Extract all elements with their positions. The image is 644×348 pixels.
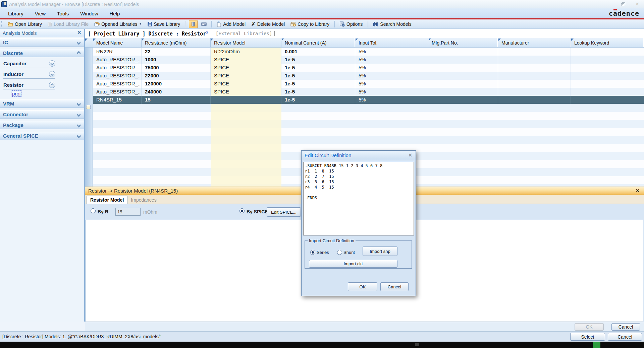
copy-to-library-button[interactable]: Copy to Library <box>289 21 331 27</box>
sidebar-section-package[interactable]: Package <box>0 121 84 129</box>
shunt-radio[interactable] <box>337 250 342 255</box>
cell-resistor-model: R:22mOhm <box>211 48 281 56</box>
new-row-marker-icon[interactable] <box>86 105 91 109</box>
column-header-resistance[interactable]: Resistance (mOhm) <box>142 38 211 47</box>
logo-accent-letter: a <box>613 9 618 17</box>
sidebar-item-resistor[interactable]: Resistor <box>3 80 55 89</box>
sidebar-section-vrm[interactable]: VRM <box>0 99 84 108</box>
menu-view[interactable]: View <box>35 11 46 16</box>
opened-libraries-label: Opened Libraries <box>101 21 137 27</box>
dialog-close-button[interactable]: ✕ <box>408 152 412 158</box>
restore-window-button[interactable] <box>621 2 625 6</box>
view-vertical-toggle[interactable] <box>189 20 198 28</box>
tab-resistor-model[interactable]: Resistor Model <box>87 196 127 204</box>
cell-resistor-model: SPICE <box>211 64 281 72</box>
save-library-button[interactable]: Save Library <box>146 21 182 27</box>
taskbar-green-item[interactable] <box>593 342 600 348</box>
opened-libraries-button[interactable]: Opened Libraries ▼ <box>93 21 143 27</box>
tab-label: [ Project Library ] Discrete : Resistor <box>88 31 206 37</box>
cell-input-tol: 5% <box>355 48 428 56</box>
series-radio-option[interactable]: Series <box>310 249 329 255</box>
import-ckt-button[interactable]: Import ckt <box>309 260 397 268</box>
copy-to-library-label: Copy to Library <box>298 21 329 27</box>
sidebar-close-button[interactable]: ✕ <box>77 30 81 35</box>
group-label: Import Circuit Definition <box>308 238 356 243</box>
toolbar: Open Library Load Library File Opened Li… <box>0 19 644 29</box>
tab-close-icon[interactable]: x <box>206 30 208 34</box>
cell-nominal-current: 1e-5 <box>281 88 355 96</box>
column-header-input-tol[interactable]: Input Tol. <box>355 38 428 47</box>
column-header-nominal-current[interactable]: Nominal Current (A) <box>281 38 355 47</box>
column-header-mfg-part-no[interactable]: Mfg.Part No. <box>428 38 498 47</box>
cell-manufacturer <box>498 48 571 56</box>
shunt-radio-option[interactable]: Shunt <box>337 249 355 255</box>
cell-resistance: 22 <box>142 48 211 56</box>
cell-model-name: Auto_RESISTOR_... <box>93 80 142 88</box>
menu-library[interactable]: Library <box>8 11 23 16</box>
options-button[interactable]: Options <box>338 21 364 27</box>
select-button[interactable]: Select <box>570 333 605 341</box>
edit-circuit-definition-dialog: Edit Circuit Definition ✕ .SUBCKT RN4SR_… <box>301 150 416 296</box>
cancel-button[interactable]: Cancel <box>611 323 640 331</box>
table-row[interactable]: Auto_RESISTOR_... 1000 SPICE 1e-5 5% <box>93 56 644 64</box>
table-row[interactable]: Auto_RESISTOR_... 75000 SPICE 1e-5 5% <box>93 64 644 72</box>
column-header-model-name[interactable]: Model Name <box>93 38 142 47</box>
sidebar-section-discrete[interactable]: Discrete <box>0 49 84 57</box>
by-spice-radio[interactable] <box>239 208 245 213</box>
table-row[interactable]: Auto_RESISTOR_... 120000 SPICE 1e-5 5% <box>93 80 644 88</box>
table-row-selected[interactable]: RN4SR_15 15 1e-5 5% <box>93 96 644 104</box>
tab-project-library[interactable]: [ Project Library ] Discrete : Resistorx <box>88 30 208 37</box>
chevron-circle-down-icon[interactable] <box>49 71 55 77</box>
toolbar-separator <box>211 21 212 27</box>
dialog-title-bar[interactable]: Edit Circuit Definition <box>302 151 416 160</box>
cell-resistor-model <box>211 96 281 104</box>
dialog-ok-button[interactable]: OK <box>348 282 377 291</box>
series-radio[interactable] <box>310 250 315 255</box>
taskbar-item[interactable] <box>415 343 419 346</box>
tab-external-libraries[interactable]: [External Libraries] <box>216 31 272 36</box>
spice-text-area[interactable]: .SUBCKT RN4SR_15 1 2 3 4 5 6 7 8 r1 1 8 … <box>303 162 414 235</box>
cell-model-name: RN4SR_15 <box>93 96 142 104</box>
sidebar-section-connector[interactable]: Connector <box>0 110 84 119</box>
cell-input-tol: 5% <box>355 64 428 72</box>
sidebar-section-ic[interactable]: IC <box>0 38 84 47</box>
cell-mfg-part <box>428 72 498 80</box>
chevron-circle-up-icon[interactable] <box>49 82 55 88</box>
menu-window[interactable]: Window <box>80 11 98 16</box>
cell-lookup-keyword <box>571 64 644 72</box>
cancel-button[interactable]: Cancel <box>608 333 642 341</box>
view-horizontal-toggle[interactable] <box>200 20 208 28</box>
table-row[interactable]: Auto_RESISTOR_... 22000 SPICE 1e-5 5% <box>93 72 644 80</box>
import-snp-button[interactable]: Import snp <box>363 247 397 256</box>
logo-text: dence <box>618 9 639 17</box>
table-row[interactable]: Auto_RESISTOR_... 240000 SPICE 1e-5 5% <box>93 88 644 96</box>
toolbar-separator <box>334 21 335 27</box>
chevron-circle-down-icon[interactable] <box>49 60 55 67</box>
resistance-value-input[interactable]: 15 <box>115 208 141 216</box>
menu-help[interactable]: Help <box>110 11 120 16</box>
table-row[interactable]: RN22R 22 R:22mOhm 0.001 5% <box>93 48 644 56</box>
project-library-link[interactable]: proj <box>11 90 21 97</box>
delete-model-button[interactable]: ✗ Delete Model <box>250 20 286 28</box>
sidebar-item-inductor[interactable]: Inductor <box>3 70 55 79</box>
edit-spice-button[interactable]: Edit SPICE... <box>267 207 301 217</box>
table-header-row: Model Name Resistance (mOhm) Resistor Mo… <box>93 38 644 48</box>
tab-impedances[interactable]: Impedances <box>127 196 160 204</box>
dialog-cancel-button[interactable]: Cancel <box>380 282 409 291</box>
sidebar-section-general-spice[interactable]: General SPICE <box>0 132 84 140</box>
cell-model-name: Auto_RESISTOR_... <box>93 88 142 96</box>
close-window-button[interactable]: ✕ <box>635 2 639 6</box>
menu-tools[interactable]: Tools <box>57 11 69 16</box>
column-header-lookup-keyword[interactable]: Lookup Keyword <box>571 38 644 47</box>
open-library-button[interactable]: Open Library <box>6 21 44 27</box>
cell-mfg-part <box>428 56 498 64</box>
section-label: Discrete <box>3 50 23 56</box>
by-r-radio[interactable] <box>91 208 96 213</box>
search-models-button[interactable]: Search Models <box>371 21 413 27</box>
add-model-button[interactable]: Add Model <box>215 21 247 27</box>
column-header-manufacturer[interactable]: Manufacturer <box>498 38 571 47</box>
column-header-resistor-model[interactable]: Resistor Model <box>211 38 281 47</box>
child-label: Inductor <box>3 71 23 77</box>
panel-close-button[interactable]: ✕ <box>636 188 640 193</box>
sidebar-item-capacitor[interactable]: Capacitor <box>3 59 55 68</box>
